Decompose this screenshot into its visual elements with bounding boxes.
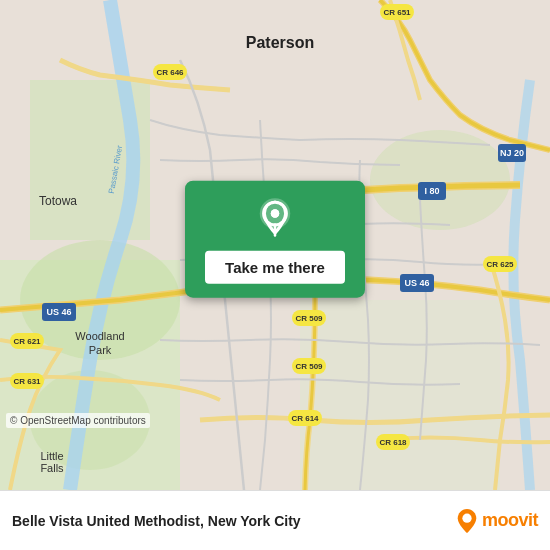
moovit-logo: moovit	[456, 508, 538, 534]
svg-rect-5	[300, 300, 500, 490]
svg-text:Park: Park	[89, 344, 112, 356]
green-card: Take me there	[185, 181, 365, 298]
map-attribution: © OpenStreetMap contributors	[6, 413, 150, 428]
svg-text:CR 509: CR 509	[295, 362, 323, 371]
svg-text:CR 631: CR 631	[13, 377, 41, 386]
location-pin-icon	[253, 197, 297, 241]
svg-text:CR 651: CR 651	[383, 8, 411, 17]
svg-text:CR 625: CR 625	[486, 260, 514, 269]
svg-text:NJ 20: NJ 20	[500, 148, 524, 158]
svg-text:Little: Little	[40, 450, 63, 462]
svg-text:US 46: US 46	[46, 307, 71, 317]
svg-text:CR 614: CR 614	[291, 414, 319, 423]
svg-text:CR 509: CR 509	[295, 314, 323, 323]
button-overlay: Take me there	[185, 181, 365, 298]
svg-text:Woodland: Woodland	[75, 330, 124, 342]
svg-point-44	[271, 209, 279, 217]
moovit-text: moovit	[482, 510, 538, 531]
svg-text:CR 621: CR 621	[13, 337, 41, 346]
take-me-there-button[interactable]: Take me there	[205, 251, 345, 284]
place-name: Belle Vista United Methodist, New York C…	[12, 513, 448, 529]
bottom-bar: Belle Vista United Methodist, New York C…	[0, 490, 550, 550]
svg-text:I 80: I 80	[424, 186, 439, 196]
svg-text:CR 646: CR 646	[156, 68, 184, 77]
svg-text:Totowa: Totowa	[39, 194, 77, 208]
svg-text:Paterson: Paterson	[246, 34, 314, 51]
svg-text:CR 618: CR 618	[379, 438, 407, 447]
svg-point-46	[462, 513, 471, 522]
svg-text:Falls: Falls	[40, 462, 64, 474]
svg-text:US 46: US 46	[404, 278, 429, 288]
app-container: I 80 NJ 20 US 46 US 46 CR 646 CR 651 CR …	[0, 0, 550, 550]
moovit-pin-icon	[456, 508, 478, 534]
map-area[interactable]: I 80 NJ 20 US 46 US 46 CR 646 CR 651 CR …	[0, 0, 550, 490]
